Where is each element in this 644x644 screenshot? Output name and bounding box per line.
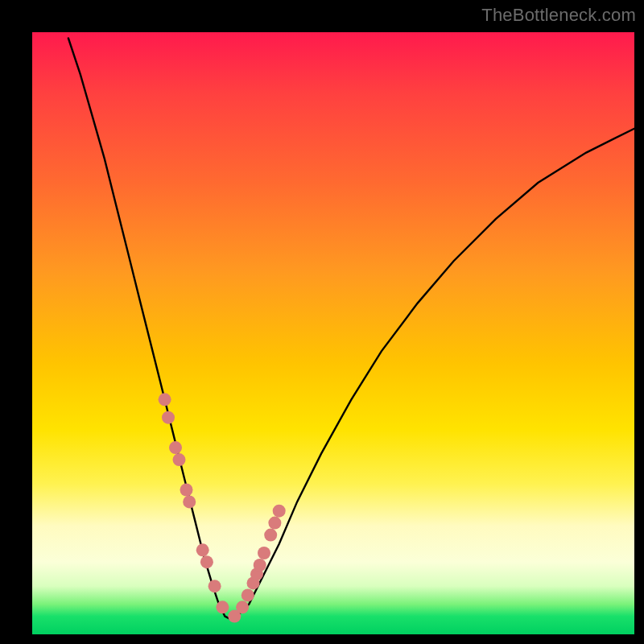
- highlight-point: [162, 411, 175, 424]
- highlight-point: [242, 588, 254, 601]
- highlight-point: [200, 555, 213, 568]
- highlight-point: [264, 529, 277, 542]
- watermark-text: TheBottleneck.com: [481, 5, 636, 26]
- highlight-point: [268, 517, 281, 530]
- highlight-point: [208, 580, 221, 592]
- highlight-point: [180, 484, 193, 497]
- curve-svg: [32, 32, 634, 634]
- highlight-point: [236, 601, 249, 613]
- bottleneck-curve: [68, 39, 634, 620]
- highlight-point: [216, 601, 229, 613]
- highlight-point: [183, 495, 196, 508]
- highlight-point: [196, 543, 209, 556]
- chart-frame: TheBottleneck.com: [0, 0, 644, 644]
- highlight-point: [173, 453, 186, 466]
- highlight-markers: [159, 393, 286, 622]
- highlight-point: [169, 441, 182, 454]
- plot-area: [32, 32, 634, 634]
- highlight-point: [159, 393, 171, 406]
- highlight-point: [258, 547, 270, 559]
- highlight-point: [273, 505, 286, 518]
- highlight-point: [254, 559, 266, 572]
